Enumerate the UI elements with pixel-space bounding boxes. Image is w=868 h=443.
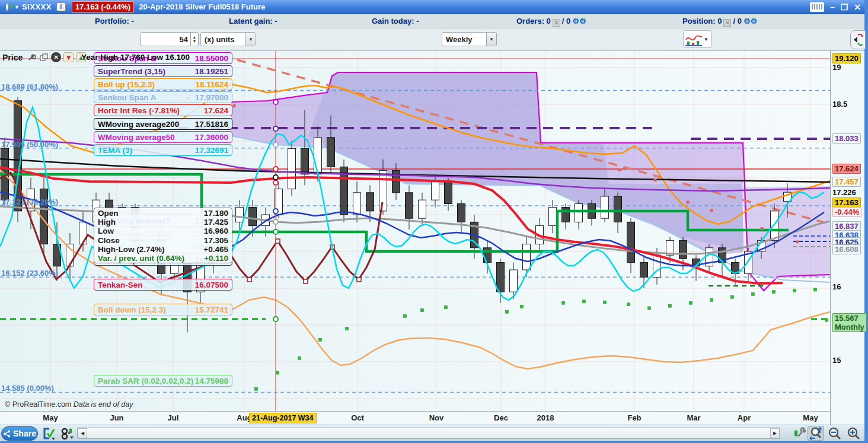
- candle[interactable]: [549, 200, 557, 233]
- time-axis[interactable]: 21-Aug-2017 W34 MayJunJulAugOctNovDec201…: [0, 411, 830, 425]
- position-settings-gear-icon[interactable]: ⚙⚙: [743, 17, 757, 26]
- indicator-label[interactable]: Tenkan-Sen16.07500: [94, 279, 232, 291]
- scroll-right-icon[interactable]: ▶: [770, 428, 780, 438]
- latent-gain-field: Latent gain: -: [229, 17, 277, 26]
- orders-settings-gear-icon[interactable]: ⚙⚙: [572, 17, 586, 26]
- chevron-down-icon[interactable]: ▼: [245, 33, 256, 46]
- close-pane-icon[interactable]: ✕: [51, 52, 61, 62]
- indicator-value: 15.72741: [195, 305, 228, 314]
- candle[interactable]: [562, 203, 570, 229]
- minimize-button[interactable]: –: [830, 2, 835, 12]
- ohlc-info-box: Open17.180High17.425Low16.960Close17.305…: [94, 208, 232, 263]
- candle[interactable]: [614, 193, 622, 233]
- maximize-button[interactable]: ❐: [841, 2, 848, 12]
- wrench-icon[interactable]: [26, 52, 36, 62]
- time-axis-tick: Mar: [676, 413, 711, 422]
- candle[interactable]: [406, 185, 413, 229]
- instrument-dropdown-caret[interactable]: ▼: [14, 4, 20, 10]
- close-button[interactable]: ✕: [854, 2, 861, 12]
- price-axis-tick: 17.624: [832, 164, 861, 173]
- indicator-label[interactable]: WMoving average5017.36000: [94, 131, 232, 143]
- zoom-selection-button[interactable]: [808, 426, 824, 441]
- indicator-value: 14.75988: [195, 377, 228, 385]
- indicator-name: TEMA (3): [98, 146, 132, 155]
- price-axis-tick: 17.226: [832, 188, 856, 197]
- candle[interactable]: [523, 237, 531, 277]
- zoom-out-button[interactable]: [826, 426, 843, 441]
- spinner-arrows[interactable]: ▲▼: [190, 33, 198, 46]
- chart-settings-button[interactable]: [791, 426, 808, 441]
- candle[interactable]: [588, 200, 596, 225]
- app-window: ▼ SIXXXX i 17.163 (-0.44%) 20-Apr-2018 S…: [0, 0, 868, 443]
- candle[interactable]: [288, 141, 296, 196]
- ohlc-row: Var. / prev. unit (0.64%)+0.110: [98, 254, 228, 263]
- instrument-name[interactable]: SIXXXX: [22, 2, 52, 11]
- units-count-value: 54: [180, 35, 190, 44]
- candle[interactable]: [640, 255, 648, 288]
- candle[interactable]: [706, 244, 713, 274]
- scrollbar-thumb[interactable]: [87, 428, 770, 438]
- units-count-spinner[interactable]: 54 ▲▼: [141, 32, 199, 46]
- candle[interactable]: [353, 181, 361, 222]
- horizontal-scrollbar[interactable]: ◀ ▶: [77, 428, 780, 439]
- indicator-label[interactable]: Parab SAR (0.02,0.02,0.2)14.75988: [94, 375, 232, 387]
- indicator-value: 17.624: [204, 106, 228, 115]
- time-axis-tick: Dec: [483, 413, 519, 422]
- price-axis[interactable]: 19.1201918.518.03317.62417.45717.22617.1…: [830, 51, 864, 425]
- indicator-name: SuperTrend (3,15): [98, 67, 165, 76]
- price-chart-pane[interactable]: Price ✕ ▼ ▲ Year High 17.760 Low 16.100 …: [0, 50, 864, 425]
- candle[interactable]: [627, 218, 635, 273]
- zoom-in-button[interactable]: [845, 426, 862, 441]
- gain-today-field: Gain today: -: [372, 17, 419, 26]
- bottom-toolbar: Share ◀ ▶: [0, 425, 864, 441]
- chevron-down-icon[interactable]: ▼: [486, 33, 496, 46]
- screenshot-validate-button[interactable]: [42, 426, 57, 441]
- time-axis-tick: Jul: [155, 413, 191, 422]
- indicator-label[interactable]: TEMA (3)17.32691: [94, 144, 232, 156]
- price-axis-tick: 16: [832, 282, 841, 291]
- move-pane-down-icon[interactable]: ▼: [63, 52, 74, 62]
- units-mode-select[interactable]: (x) units ▼: [200, 32, 256, 46]
- time-axis-tick: Apr: [726, 413, 762, 422]
- scroll-left-icon[interactable]: ◀: [78, 428, 87, 438]
- indicator-label[interactable]: SuperTrend (3,15)18.19251: [94, 65, 232, 77]
- link-charts-button[interactable]: [59, 426, 75, 441]
- indicator-label[interactable]: WMoving average20017.51816: [94, 118, 232, 130]
- chart-style-button[interactable]: ▼: [683, 30, 711, 48]
- fib-level-label: 16.152 (23.60%): [1, 269, 58, 278]
- ohlc-row: High-Low (2.74%)+0.465: [98, 245, 228, 254]
- time-axis-tick: May: [33, 413, 68, 422]
- indicator-label[interactable]: Boll down (15,2.3)15.72741: [94, 304, 232, 315]
- chevron-down-icon[interactable]: ▼: [704, 37, 709, 42]
- indicator-value: 18.11624: [195, 80, 228, 89]
- price-axis-tick: 17.163: [832, 198, 861, 207]
- indicator-name: Parab SAR (0.02,0.02,0.2): [98, 377, 193, 385]
- info-icon[interactable]: i: [56, 2, 66, 11]
- indicator-value: 16.07500: [195, 281, 228, 289]
- units-mode-value: (x) units: [205, 35, 235, 44]
- position-field: Position: 0✕/ 0⚙⚙: [682, 17, 757, 27]
- timeframe-select[interactable]: Weekly ▼: [442, 32, 497, 46]
- fib-level-label: 14.585 (0.00%): [1, 384, 54, 393]
- collapse-panel-button[interactable]: [850, 30, 866, 49]
- indicator-label[interactable]: Senkou Span A17.97000: [94, 91, 232, 103]
- duplicate-pane-icon[interactable]: [39, 52, 49, 62]
- indicator-name: Senkou Span A: [98, 93, 157, 102]
- candle[interactable]: [575, 200, 583, 230]
- share-button[interactable]: Share: [1, 426, 38, 441]
- candle[interactable]: [79, 211, 87, 251]
- cancel-orders-icon[interactable]: ✕: [553, 19, 560, 27]
- indicator-name: WMoving average50: [98, 133, 175, 142]
- copyright-note: © ProRealTime.com Data is end of day: [5, 400, 133, 409]
- chart-toolbar: 54 ▲▼ (x) units ▼ Weekly ▼ ▼: [0, 28, 864, 50]
- close-position-icon[interactable]: ✕: [723, 19, 731, 27]
- fib-level-label: 18.689 (61.80%): [1, 82, 58, 91]
- time-axis-tick: May: [793, 413, 828, 422]
- candle[interactable]: [458, 200, 465, 233]
- price-axis-tick: 18.033: [832, 134, 861, 143]
- indicator-label[interactable]: Boll up (15,2.3)18.11624: [94, 78, 232, 90]
- time-axis-tick: 2018: [528, 413, 563, 422]
- indicator-label[interactable]: Horiz Int Res (-7.81%)17.624: [94, 104, 232, 116]
- fib-level-label: 17.121 (38.20%): [1, 197, 58, 206]
- keyboard-icon[interactable]: [810, 2, 824, 12]
